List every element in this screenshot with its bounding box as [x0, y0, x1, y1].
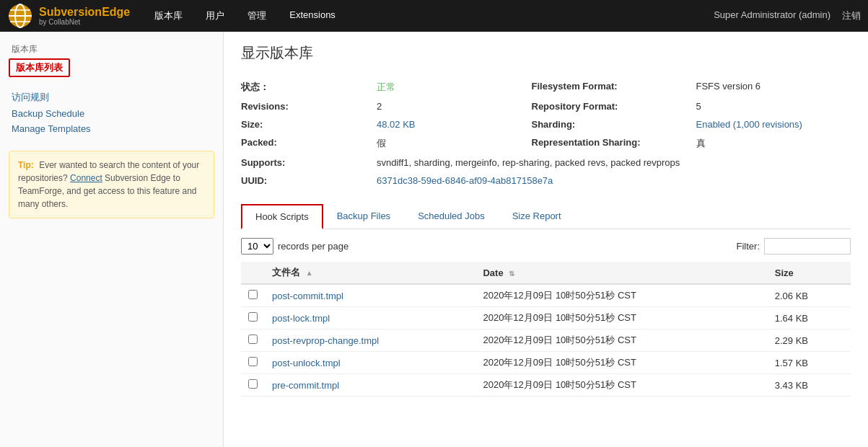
file-size: 2.29 KB — [768, 329, 851, 352]
uuid-label: UUID: — [241, 172, 371, 190]
file-link[interactable]: post-commit.tmpl — [272, 291, 343, 301]
status-value: 正常 — [371, 77, 532, 97]
tab-size-report[interactable]: Size Report — [499, 204, 575, 229]
rep-sharing-label: Representation Sharing: — [532, 133, 691, 154]
supports-value: svndiff1, sharding, mergeinfo, rep-shari… — [371, 154, 851, 172]
repo-format-label: Repository Format: — [532, 97, 691, 115]
repo-info-grid: 状态： 正常 Filesystem Format: FSFS version 6… — [241, 77, 851, 190]
table-row: post-commit.tmpl2020年12月09日 10时50分51秒 CS… — [241, 284, 851, 307]
files-table: 文件名 ▲ Date ⇅ Size post-commit.tmpl2020年1… — [241, 262, 851, 397]
nav-links: 版本库 用户 管理 Extensions — [144, 5, 714, 27]
nav-extensions[interactable]: Extensions — [279, 5, 346, 27]
table-header-date[interactable]: Date ⇅ — [475, 262, 767, 284]
filter-label: Filter: — [737, 241, 760, 252]
logo-text-edge: Edge — [102, 6, 130, 18]
tab-hook-scripts[interactable]: Hook Scripts — [241, 204, 323, 229]
nav-users[interactable]: 用户 — [196, 5, 234, 27]
logo-subtext: by CollabNet — [39, 18, 130, 26]
supports-label: Supports: — [241, 154, 371, 172]
sidebar-active-item: 版本库列表 — [9, 58, 70, 77]
logo-text-subversion: Subversion — [39, 6, 102, 18]
sidebar-item-access-rules[interactable]: 访问规则 — [9, 89, 214, 106]
sharding-value: Enabled (1,000 revisions) — [691, 115, 851, 133]
sidebar-item-manage-templates[interactable]: Manage Templates — [9, 121, 214, 136]
file-link[interactable]: post-unlock.tmpl — [272, 358, 341, 368]
page-title: 显示版本库 — [241, 43, 851, 63]
table-header-filename[interactable]: 文件名 ▲ — [265, 262, 475, 284]
tabs-container: Hook Scripts Backup Files Scheduled Jobs… — [241, 204, 851, 397]
sidebar-item-backup-schedule[interactable]: Backup Schedule — [9, 106, 214, 121]
row-checkbox[interactable] — [248, 335, 258, 344]
packed-value: 假 — [371, 133, 532, 154]
filename-sort-icon: ▲ — [306, 269, 313, 277]
logo-icon — [7, 3, 33, 29]
records-per-page-select[interactable]: 10 25 50 — [241, 238, 273, 255]
revisions-label: Revisions: — [241, 97, 371, 115]
top-navigation: SubversionEdge by CollabNet 版本库 用户 管理 Ex… — [0, 0, 868, 32]
file-size: 2.06 KB — [768, 284, 851, 307]
current-user: Super Administrator (admin) — [714, 9, 830, 22]
uuid-value: 6371dc38-59ed-6846-af09-4ab817158e7a — [371, 172, 851, 190]
sidebar-section-title: 版本库 — [9, 43, 214, 56]
file-date: 2020年12月09日 10时50分51秒 CST — [475, 352, 767, 374]
tab-scheduled-jobs[interactable]: Scheduled Jobs — [404, 204, 499, 229]
status-label: 状态： — [241, 77, 371, 97]
tip-label: Tip: — [18, 160, 34, 170]
table-header-checkbox — [241, 262, 265, 284]
row-checkbox[interactable] — [248, 379, 258, 389]
nav-repositories[interactable]: 版本库 — [144, 5, 193, 27]
row-checkbox[interactable] — [248, 357, 258, 366]
file-link[interactable]: post-lock.tmpl — [272, 313, 330, 324]
row-checkbox[interactable] — [248, 290, 258, 299]
main-content: 显示版本库 状态： 正常 Filesystem Format: FSFS ver… — [224, 32, 868, 447]
revisions-value: 2 — [371, 97, 532, 115]
size-label: Size: — [241, 115, 371, 133]
sidebar-tip: Tip: Ever wanted to search the content o… — [9, 151, 214, 218]
records-per-page-label: records per page — [278, 241, 348, 252]
file-size: 1.57 KB — [768, 352, 851, 374]
file-date: 2020年12月09日 10时50分51秒 CST — [475, 307, 767, 329]
table-controls: 10 25 50 records per page Filter: — [241, 238, 851, 255]
row-checkbox[interactable] — [248, 312, 258, 322]
tab-backup-files[interactable]: Backup Files — [323, 204, 404, 229]
file-size: 3.43 KB — [768, 374, 851, 397]
repo-format-value: 5 — [691, 97, 851, 115]
rep-sharing-value: 真 — [691, 133, 851, 154]
file-size: 1.64 KB — [768, 307, 851, 329]
file-link[interactable]: pre-commit.tmpl — [272, 380, 339, 391]
table-row: post-revprop-change.tmpl2020年12月09日 10时5… — [241, 329, 851, 352]
tabs: Hook Scripts Backup Files Scheduled Jobs… — [241, 204, 851, 229]
logout-link[interactable]: 注销 — [842, 9, 861, 22]
filesystem-label: Filesystem Format: — [532, 77, 691, 97]
filter-input[interactable] — [764, 238, 851, 255]
sharding-label: Sharding: — [532, 115, 691, 133]
size-value: 48.02 KB — [371, 115, 532, 133]
records-per-page: 10 25 50 records per page — [241, 238, 348, 255]
logo: SubversionEdge by CollabNet — [7, 3, 130, 29]
date-sort-icon: ⇅ — [509, 270, 514, 278]
table-header-size[interactable]: Size — [768, 262, 851, 284]
table-row: post-unlock.tmpl2020年12月09日 10时50分51秒 CS… — [241, 352, 851, 374]
sidebar: 版本库 版本库列表 访问规则 Backup Schedule Manage Te… — [0, 32, 224, 447]
topnav-right: Super Administrator (admin) 注销 — [714, 9, 861, 22]
file-date: 2020年12月09日 10时50分51秒 CST — [475, 329, 767, 352]
filesystem-value: FSFS version 6 — [691, 77, 851, 97]
packed-label: Packed: — [241, 133, 371, 154]
main-layout: 版本库 版本库列表 访问规则 Backup Schedule Manage Te… — [0, 32, 868, 447]
filter-area: Filter: — [737, 238, 851, 255]
table-row: pre-commit.tmpl2020年12月09日 10时50分51秒 CST… — [241, 374, 851, 397]
table-row: post-lock.tmpl2020年12月09日 10时50分51秒 CST1… — [241, 307, 851, 329]
file-date: 2020年12月09日 10时50分51秒 CST — [475, 284, 767, 307]
file-link[interactable]: post-revprop-change.tmpl — [272, 335, 379, 346]
tip-connect-link[interactable]: Connect — [70, 173, 102, 183]
nav-admin[interactable]: 管理 — [237, 5, 276, 27]
file-date: 2020年12月09日 10时50分51秒 CST — [475, 374, 767, 397]
